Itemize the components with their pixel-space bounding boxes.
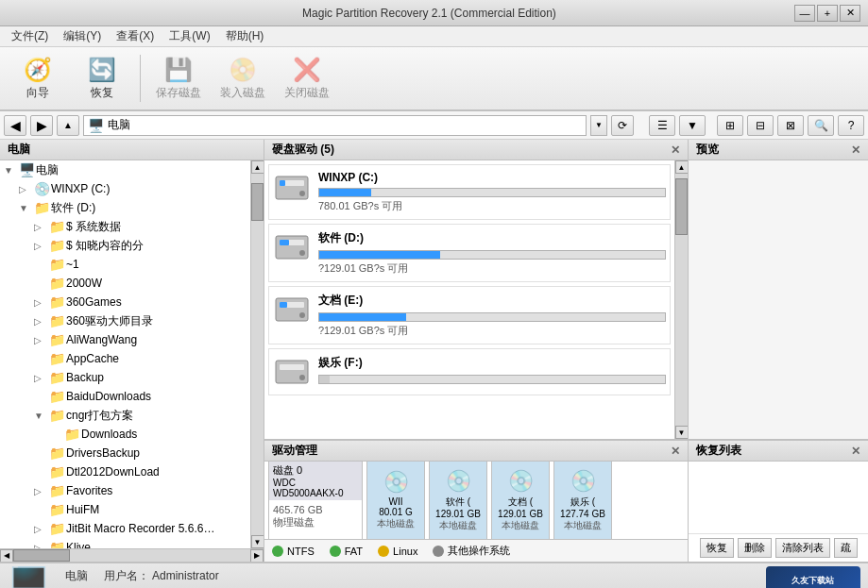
status-user-label: 用户名：: [104, 569, 149, 582]
tree-item-sysdata[interactable]: ▷ 📁 $ 系统数据: [0, 217, 250, 236]
tree-item-tilde1[interactable]: 📁 ~1: [0, 255, 250, 274]
help-button[interactable]: ?: [838, 115, 864, 136]
scroll-thumb[interactable]: [251, 183, 264, 221]
disk-partition-f[interactable]: 💿 娱乐 ( 127.74 GB 本地磁盘: [553, 462, 612, 539]
scroll-track[interactable]: [251, 174, 264, 535]
view-large-button[interactable]: ⊞: [717, 115, 743, 136]
forward-button[interactable]: ▶: [30, 115, 53, 136]
drives-panel-close[interactable]: ✕: [671, 143, 680, 157]
refresh-button[interactable]: ⟳: [611, 115, 634, 136]
close-disk-button[interactable]: ❌ 关闭磁盘: [277, 51, 337, 106]
drives-scroll-up[interactable]: ▲: [675, 160, 689, 174]
recover-button[interactable]: 🔄 恢复: [72, 51, 132, 106]
view-small-button[interactable]: ⊠: [777, 115, 804, 136]
tree-item-2000w[interactable]: 📁 2000W: [0, 274, 250, 293]
drives-scroll-down[interactable]: ▼: [675, 426, 689, 439]
drives-scrollbar[interactable]: ▲ ▼: [674, 160, 688, 439]
menu-bar: 文件(Z) 编辑(Y) 查看(X) 工具(W) 帮助(H): [0, 26, 868, 47]
address-input[interactable]: 🖥️ 电脑: [83, 115, 587, 136]
drive-e-icon: [273, 293, 311, 327]
tree-item-cngr[interactable]: ▼ 📁 cngr打包方案: [0, 406, 250, 425]
tree-item-appcache[interactable]: 📁 AppCache: [0, 349, 250, 368]
menu-view[interactable]: 查看(X): [109, 26, 162, 46]
h-scroll-thumb[interactable]: [13, 549, 70, 562]
close-button[interactable]: ✕: [840, 5, 860, 22]
scroll-left-arrow[interactable]: ◀: [0, 549, 13, 563]
left-panel: 电脑 ▼ 🖥️ 电脑 ▷ 💿 WINXP (C:) ▼ 📁 软件 (D:): [0, 140, 264, 562]
clear-list-button[interactable]: 清除列表: [775, 538, 830, 558]
main-content: 电脑 ▼ 🖥️ 电脑 ▷ 💿 WINXP (C:) ▼ 📁 软件 (D:): [0, 140, 868, 562]
tree-item-360driver[interactable]: ▷ 📁 360驱动大师目录: [0, 311, 250, 330]
tree-item-huifm[interactable]: 📁 HuiFM: [0, 500, 250, 519]
drive-item-e[interactable]: 文档 (E:) ?129.01 GB?s 可用: [268, 286, 671, 344]
menu-file[interactable]: 文件(Z): [4, 26, 56, 46]
tree-item-c[interactable]: ▷ 💿 WINXP (C:): [0, 179, 250, 198]
maximize-button[interactable]: +: [817, 5, 838, 22]
disk-model: WDC WD5000AAKX-0: [273, 478, 358, 498]
tree-item-d[interactable]: ▼ 📁 软件 (D:): [0, 198, 250, 217]
drive-item-d[interactable]: 软件 (D:) ?129.01 GB?s 可用: [268, 224, 671, 282]
tree-label-tilde1: ~1: [66, 258, 79, 271]
h-scroll-track[interactable]: [13, 549, 250, 562]
tree-item-knowledge[interactable]: ▷ 📁 $ 知晓内容的分: [0, 236, 250, 255]
tree-item-backup[interactable]: ▷ 📁 Backup: [0, 368, 250, 387]
disk-manager-close[interactable]: ✕: [671, 445, 680, 458]
logo-line1: 久友下载站: [779, 575, 847, 587]
tree-item-baidudownloads[interactable]: 📁 BaiduDownloads: [0, 387, 250, 406]
scroll-down-arrow[interactable]: ▼: [251, 535, 264, 548]
drives-panel: 硬盘驱动 (5) ✕: [264, 140, 689, 439]
view-toggle-button[interactable]: ☰: [649, 115, 675, 136]
recovery-panel-close[interactable]: ✕: [851, 445, 860, 458]
recover-action-button[interactable]: 恢复: [700, 538, 734, 558]
search-button[interactable]: 🔍: [808, 115, 834, 136]
folder-huifm-icon: 📁: [49, 502, 66, 517]
misc-button[interactable]: 疏: [834, 538, 858, 558]
load-disk-icon: 📀: [226, 56, 260, 83]
tree-item-downloads[interactable]: 📁 Downloads: [0, 425, 250, 444]
drives-scroll-track[interactable]: [675, 174, 688, 426]
folder-backup-icon: 📁: [49, 370, 66, 385]
minimize-button[interactable]: —: [794, 5, 815, 22]
wizard-icon: 🧭: [21, 56, 55, 83]
drive-item-f[interactable]: 娱乐 (F:): [268, 348, 671, 395]
tree-item-360games[interactable]: ▷ 📁 360Games: [0, 293, 250, 311]
up-button[interactable]: ▲: [57, 115, 79, 136]
delete-button[interactable]: 删除: [738, 538, 772, 558]
tree-scrollbar[interactable]: ▲ ▼: [250, 160, 264, 548]
load-disk-button[interactable]: 📀 装入磁盘: [213, 51, 273, 106]
wizard-button[interactable]: 🧭 向导: [8, 51, 68, 106]
tree-item-aliwang[interactable]: ▷ 📁 AliWangWang: [0, 330, 250, 349]
save-disk-button[interactable]: 💾 保存磁盘: [148, 51, 209, 106]
menu-edit[interactable]: 编辑(Y): [56, 26, 109, 46]
legend-fat-label: FAT: [345, 546, 363, 557]
view-medium-button[interactable]: ⊟: [747, 115, 774, 136]
scroll-up-arrow[interactable]: ▲: [251, 160, 264, 174]
tree-item-favorites[interactable]: ▷ 📁 Favorites: [0, 481, 250, 500]
drive-item-c[interactable]: WINXP (C:) 780.01 GB?s 可用: [268, 164, 671, 220]
expand-icon: ▷: [34, 524, 49, 534]
drive-d-fill: [319, 251, 440, 259]
tree-item-jitbit[interactable]: ▷ 📁 JitBit Macro Recorder 5.6.6 汉化版(键盘鼠: [0, 519, 250, 538]
scroll-right-arrow[interactable]: ▶: [250, 549, 264, 563]
drives-scroll-thumb[interactable]: [675, 178, 688, 235]
tree-item-driversbackup[interactable]: 📁 DriversBackup: [0, 444, 250, 462]
tree-item-klive[interactable]: ▷ 📁 Klive: [0, 538, 250, 548]
horizontal-scrollbar[interactable]: ◀ ▶: [0, 548, 264, 562]
drive-d-size: ?129.01 GB?s 可用: [318, 261, 666, 276]
disk-partition-c[interactable]: 💿 WII 80.01 G 本地磁盘: [366, 462, 425, 539]
back-button[interactable]: ◀: [4, 115, 26, 136]
tree-item-computer[interactable]: ▼ 🖥️ 电脑: [0, 160, 250, 179]
tree-item-dtl2012[interactable]: 📁 Dtl2012DownLoad: [0, 462, 250, 481]
tree-area[interactable]: ▼ 🖥️ 电脑 ▷ 💿 WINXP (C:) ▼ 📁 软件 (D:) ▷ 📁: [0, 160, 250, 548]
menu-tools[interactable]: 工具(W): [162, 26, 217, 46]
recover-icon: 🔄: [85, 56, 119, 83]
address-dropdown[interactable]: ▼: [590, 115, 607, 136]
disk-partition-e[interactable]: 💿 文档 ( 129.01 GB 本地磁盘: [491, 462, 550, 539]
menu-help[interactable]: 帮助(H): [218, 26, 272, 46]
preview-panel-close[interactable]: ✕: [851, 143, 860, 157]
disk-partition-d[interactable]: 💿 软件 ( 129.01 GB 本地磁盘: [429, 462, 487, 539]
drive-f-fill: [319, 376, 330, 383]
right-panels: 硬盘驱动 (5) ✕: [264, 140, 868, 562]
sort-button[interactable]: ▼: [679, 115, 706, 136]
folder-jitbit-icon: 📁: [49, 521, 66, 536]
